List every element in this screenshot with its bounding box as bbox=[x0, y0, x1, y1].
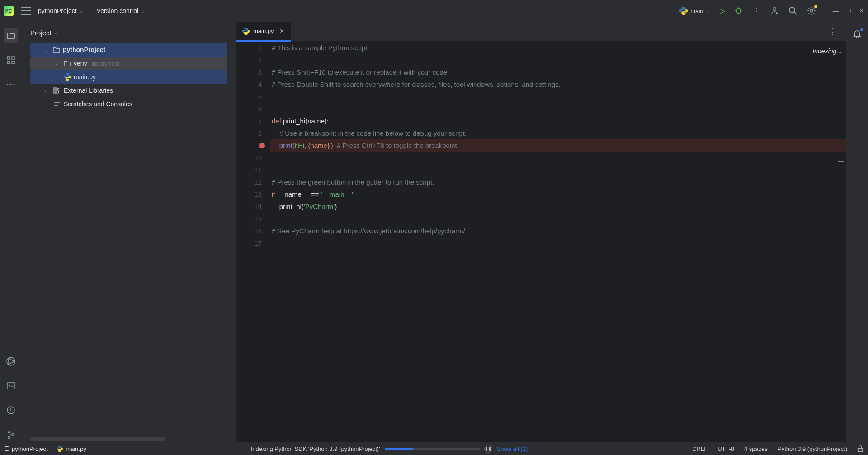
svg-rect-22 bbox=[57, 88, 59, 93]
svg-rect-7 bbox=[12, 61, 14, 64]
code-text: # This is a sample Python script. bbox=[272, 44, 369, 52]
tree-project-root[interactable]: ⌄ pythonProject bbox=[30, 43, 227, 57]
line-separator-widget[interactable]: CRLF bbox=[692, 446, 708, 452]
run-config-label: main bbox=[690, 8, 703, 14]
services-tool-button[interactable] bbox=[4, 354, 18, 369]
svg-point-17 bbox=[8, 431, 10, 433]
editor-tabbar: main.py ✕ ⋮ bbox=[236, 22, 846, 42]
code-text: # Press the green button in the gutter t… bbox=[272, 178, 434, 186]
tab-close-button[interactable]: ✕ bbox=[279, 28, 284, 34]
chevron-right-icon: › bbox=[56, 61, 61, 66]
code-text: : bbox=[353, 190, 355, 198]
run-button[interactable]: ▷ bbox=[719, 6, 725, 16]
run-config-dropdown[interactable]: main ⌄ bbox=[679, 7, 709, 15]
svg-point-19 bbox=[12, 434, 14, 436]
tree-venv[interactable]: › venv library root bbox=[30, 57, 227, 70]
line-number: 10 bbox=[236, 152, 262, 164]
main-menu-button[interactable] bbox=[21, 7, 31, 15]
code-text: # Press Ctrl+F8 to toggle the breakpoint… bbox=[333, 142, 459, 149]
git-tool-button[interactable] bbox=[4, 427, 18, 442]
encoding-widget[interactable]: UTF-8 bbox=[717, 446, 734, 452]
horizontal-scrollbar[interactable] bbox=[30, 437, 166, 441]
error-stripe-mark[interactable] bbox=[838, 161, 844, 162]
code-with-me-icon[interactable] bbox=[769, 6, 779, 16]
chevron-down-icon: ⌄ bbox=[141, 9, 145, 14]
show-all-tasks-link[interactable]: Show all (2) bbox=[497, 446, 528, 452]
scratches-icon bbox=[53, 101, 61, 107]
python-file-icon bbox=[242, 28, 250, 35]
panel-title: Project bbox=[30, 29, 52, 37]
pause-indexing-button[interactable]: ❚❚ bbox=[484, 445, 492, 453]
project-root-label: pythonProject bbox=[63, 46, 105, 53]
maximize-button[interactable]: □ bbox=[847, 7, 851, 14]
tab-label: main.py bbox=[253, 28, 274, 34]
indent-widget[interactable]: 4 spaces bbox=[744, 446, 768, 452]
svg-point-10 bbox=[14, 84, 15, 85]
chevron-down-icon: ⌄ bbox=[80, 9, 83, 14]
code-text: # See PyCharm help at https://www.jetbra… bbox=[272, 227, 465, 235]
code-text: if bbox=[272, 190, 277, 198]
code-text: # Press Double Shift to search everywher… bbox=[272, 81, 561, 88]
project-tool-button[interactable] bbox=[4, 28, 18, 43]
code-text: # Press Shift+F10 to execute it or repla… bbox=[272, 68, 449, 76]
python-icon bbox=[679, 7, 688, 15]
breadcrumb[interactable]: pythonProject › main.py bbox=[5, 446, 86, 452]
search-everywhere-icon[interactable] bbox=[788, 6, 797, 15]
project-dropdown[interactable]: pythonProject ⌄ bbox=[38, 7, 83, 14]
code-text: print( bbox=[272, 142, 295, 149]
code-text: # Use a breakpoint in the code line belo… bbox=[272, 129, 467, 137]
version-control-label: Version control bbox=[97, 7, 139, 14]
line-number: 11 bbox=[236, 164, 262, 176]
scratches-label: Scratches and Consoles bbox=[64, 100, 132, 108]
editor-tab-main[interactable]: main.py ✕ bbox=[236, 22, 291, 42]
line-number: 1 bbox=[236, 42, 262, 54]
line-number: 2 bbox=[236, 54, 262, 66]
line-number: 9 bbox=[236, 139, 262, 152]
debug-button[interactable] bbox=[734, 6, 743, 15]
breakpoint-marker[interactable] bbox=[259, 143, 265, 148]
editor-gutter[interactable]: 1 2 3 4 5 6 7 8 9 10 11 12 13 14 15 16 bbox=[236, 42, 270, 442]
svg-rect-13 bbox=[7, 383, 14, 389]
svg-rect-6 bbox=[7, 61, 10, 64]
interpreter-widget[interactable]: Python 3.9 (pythonProject) bbox=[778, 446, 847, 452]
more-tools-button[interactable] bbox=[4, 77, 18, 92]
version-control-dropdown[interactable]: Version control ⌄ bbox=[97, 7, 145, 14]
line-number: 8 bbox=[236, 127, 262, 139]
close-button[interactable]: ✕ bbox=[859, 7, 864, 14]
notifications-button[interactable] bbox=[852, 28, 862, 38]
line-number: 16 bbox=[236, 225, 262, 237]
tree-external-libraries[interactable]: › External Libraries bbox=[30, 84, 227, 97]
more-actions-button[interactable]: ⋮ bbox=[752, 6, 760, 16]
readonly-lock-icon[interactable] bbox=[857, 445, 863, 452]
external-libraries-label: External Libraries bbox=[64, 87, 113, 94]
project-panel-header[interactable]: Project ⌄ bbox=[22, 22, 236, 43]
line-number: 15 bbox=[236, 213, 262, 225]
tree-scratches[interactable]: Scratches and Consoles bbox=[30, 97, 227, 111]
tree-file-main[interactable]: main.py bbox=[30, 70, 227, 84]
code-text: f' bbox=[295, 142, 298, 149]
code-text: ) bbox=[335, 203, 337, 210]
right-toolbar bbox=[846, 22, 868, 442]
python-file-icon bbox=[57, 446, 63, 452]
code-editor[interactable]: # This is a sample Python script. # Pres… bbox=[270, 42, 846, 442]
settings-icon[interactable] bbox=[807, 6, 816, 16]
problems-tool-button[interactable] bbox=[4, 403, 18, 417]
svg-rect-4 bbox=[7, 57, 10, 59]
line-number: 4 bbox=[236, 78, 262, 90]
svg-point-16 bbox=[10, 412, 11, 412]
terminal-tool-button[interactable] bbox=[4, 379, 18, 393]
svg-point-1 bbox=[789, 7, 795, 13]
indexing-label: Indexing... bbox=[812, 47, 842, 55]
code-text: print_hi( bbox=[272, 203, 304, 210]
line-number: 7 bbox=[236, 115, 262, 127]
project-name-label: pythonProject bbox=[38, 7, 77, 14]
svg-rect-20 bbox=[53, 88, 55, 93]
python-file-icon bbox=[64, 73, 71, 81]
left-toolbar bbox=[0, 22, 22, 442]
app-icon[interactable]: PC bbox=[4, 6, 14, 16]
line-number: 17 bbox=[236, 237, 262, 249]
minimize-button[interactable]: — bbox=[833, 7, 839, 14]
tab-more-actions[interactable]: ⋮ bbox=[829, 27, 846, 37]
venv-label: venv bbox=[74, 60, 87, 67]
structure-tool-button[interactable] bbox=[4, 53, 18, 67]
